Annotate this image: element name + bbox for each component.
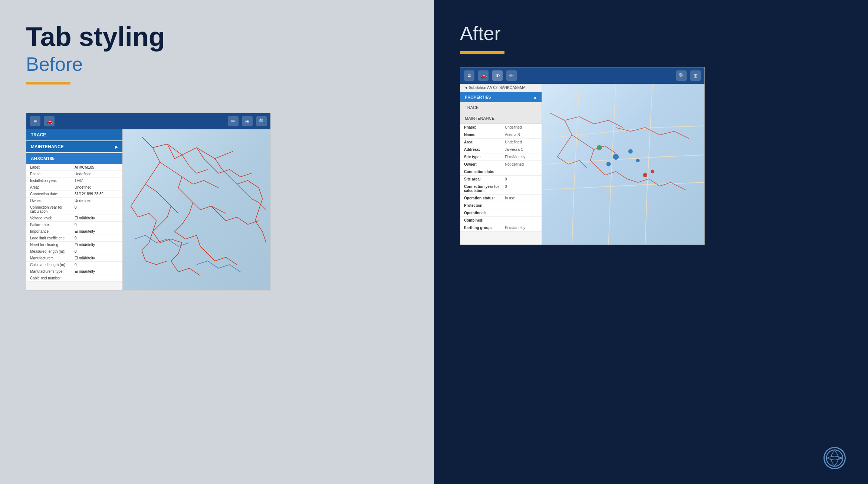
prop-value: Undefined [75, 185, 92, 189]
prop-label: Owner: [464, 162, 505, 166]
prop-label: Address: [464, 147, 505, 152]
prop-value: In use [505, 196, 515, 200]
grid-icon[interactable]: ⊞ [242, 116, 253, 126]
breadcrumb[interactable]: ◄ Substation AA-02, SÄHKÖASEMA [460, 84, 542, 92]
prop-value: Undefined [505, 140, 522, 144]
table-row: Cable reel number: [26, 275, 122, 282]
after-menu-icon[interactable]: ≡ [464, 70, 474, 81]
tab-maintenance-before[interactable]: MAINTENANCE ▶ [26, 141, 122, 152]
search-icon[interactable]: 🔍 [256, 116, 267, 126]
tab-ahxcm-before[interactable]: AHXCM185 [26, 153, 122, 164]
after-edit-icon[interactable]: ✏ [506, 70, 517, 81]
prop-label: Manufacturer: [30, 256, 75, 260]
after-search-icon[interactable]: 🔍 [676, 70, 687, 81]
table-row: Connection date:31/12/1899 23:39 [26, 191, 122, 198]
table-row: Voltage level:Ei määritelty [26, 215, 122, 222]
accent-bar-right [460, 51, 504, 54]
table-row: Manufacturer's type:Ei määritelty [26, 268, 122, 275]
prop-value: AHXCM185 [75, 165, 94, 169]
table-row: Combined: [460, 217, 542, 224]
before-properties-list: Label:AHXCM185Phase:UndefinedInstallatio… [26, 164, 122, 282]
prop-label: Protection: [464, 203, 505, 208]
table-row: Connection date: [460, 168, 542, 176]
before-app-header: ≡ 🚗 ✏ ⊞ 🔍 [26, 113, 270, 129]
prop-value: Ei määritelty [75, 216, 95, 220]
svg-point-0 [613, 154, 619, 160]
title-section: Tab styling Before [26, 22, 408, 98]
after-sidebar: ◄ Substation AA-02, SÄHKÖASEMA PROPERTIE… [460, 84, 542, 245]
prop-label: Connection date: [464, 170, 505, 174]
after-map [542, 84, 704, 245]
prop-value: 31/12/1899 23:39 [75, 192, 103, 196]
prop-label: Installation year: [30, 179, 75, 183]
prop-label: Failure rate: [30, 223, 75, 227]
svg-marker-8 [839, 457, 844, 459]
table-row: Earthing group:Ei määritelty [460, 224, 542, 232]
prop-value: Ei määritelty [75, 269, 95, 274]
prop-label: Need for clearing: [30, 243, 75, 247]
after-car-icon[interactable]: 🚗 [478, 70, 489, 81]
prop-value: 0 [75, 236, 77, 240]
company-logo [823, 447, 846, 469]
prop-label: Connection date: [30, 192, 75, 196]
prop-value: Ei määritelty [75, 229, 95, 233]
before-sidebar: TRACE MAINTENANCE ▶ AHXCM185 Label:AHXCM… [26, 129, 123, 290]
edit-icon[interactable]: ✏ [228, 116, 239, 126]
prop-label: Cable reel number: [30, 276, 75, 280]
prop-value: 0 [75, 249, 77, 253]
tab-trace-after[interactable]: TRACE [460, 102, 542, 113]
table-row: Operational: [460, 209, 542, 217]
table-row: Phase:Undefined [460, 124, 542, 131]
prop-label: Connection year for calculation: [464, 185, 505, 193]
tab-maintenance-after[interactable]: MAINTENANCE [460, 113, 542, 124]
prop-label: Combined: [464, 218, 505, 222]
prop-label: Operation status: [464, 196, 505, 200]
svg-point-4 [597, 145, 602, 150]
before-map [123, 129, 270, 290]
prop-label: Site type: [464, 155, 505, 159]
table-row: Area:Undefined [26, 184, 122, 191]
car-icon[interactable]: 🚗 [44, 116, 55, 126]
prop-label: Calculated length (m): [30, 263, 75, 267]
after-map-network-lines [542, 84, 704, 245]
tab-trace-before[interactable]: TRACE [26, 129, 122, 140]
table-row: Failure rate:0 [26, 222, 122, 228]
prop-value: 1987 [75, 179, 83, 183]
chevron-right-icon: ▶ [115, 145, 118, 149]
svg-point-2 [606, 162, 611, 166]
after-properties-list: Phase:UndefinedName:Asema BArea:Undefine… [460, 124, 542, 232]
table-row: Load limit coefficient:0 [26, 235, 122, 242]
after-eye-icon[interactable]: 👁 [492, 70, 503, 81]
prop-value: Järvessä C [505, 147, 523, 152]
prop-value: 0 [75, 223, 77, 227]
prop-value: Not defined [505, 162, 524, 166]
menu-icon[interactable]: ≡ [30, 116, 40, 126]
prop-value: Undefined [505, 125, 522, 129]
table-row: Operation status:In use [460, 195, 542, 202]
prop-label: Area: [464, 140, 505, 144]
table-row: Connection year for calculation:0 [460, 183, 542, 195]
prop-label: Phase: [30, 172, 75, 176]
svg-point-1 [628, 149, 633, 154]
table-row: Calculated length (m):0 [26, 262, 122, 268]
after-grid-icon[interactable]: ⊞ [690, 70, 701, 81]
prop-label: Site area: [464, 177, 505, 181]
subtitle: Before [26, 53, 408, 75]
prop-label: Voltage level: [30, 216, 75, 220]
svg-point-5 [643, 173, 647, 178]
prop-label: Area: [30, 185, 75, 189]
table-row: Label:AHXCM185 [26, 164, 122, 171]
table-row: Name:Asema B [460, 131, 542, 139]
before-map-bg [123, 129, 270, 290]
table-row: Area:Undefined [460, 139, 542, 146]
prop-label: Owner: [30, 199, 75, 203]
svg-point-6 [651, 170, 654, 173]
table-row: Address:Järvessä C [460, 146, 542, 153]
prop-value: Ei määritelty [75, 243, 95, 247]
tab-properties-after[interactable]: PROPERTIES ▲ [460, 92, 542, 102]
table-row: Phase:Undefined [26, 171, 122, 178]
after-title: After [460, 22, 842, 44]
table-row: Need for clearing:Ei määritelty [26, 242, 122, 248]
table-row: Manufacturer:Ei määritelty [26, 255, 122, 262]
table-row: Site area:0 [460, 176, 542, 183]
